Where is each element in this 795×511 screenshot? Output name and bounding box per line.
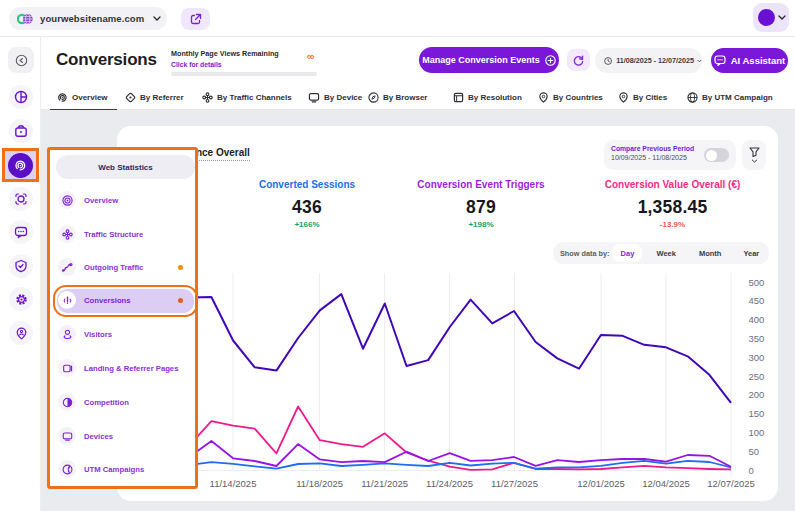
svg-text:200: 200 — [749, 389, 765, 400]
svg-text:11/21/2025: 11/21/2025 — [361, 478, 408, 489]
svg-text:11/14/2025: 11/14/2025 — [210, 478, 257, 489]
svg-text:250: 250 — [749, 371, 765, 382]
svg-text:0: 0 — [749, 465, 754, 476]
svg-text:12/04/2025: 12/04/2025 — [642, 478, 690, 489]
svg-text:500: 500 — [749, 277, 765, 288]
svg-text:350: 350 — [749, 333, 765, 344]
svg-text:100: 100 — [749, 427, 765, 438]
svg-text:150: 150 — [749, 408, 765, 419]
svg-text:11/27/2025: 11/27/2025 — [491, 478, 538, 489]
svg-text:450: 450 — [749, 295, 765, 306]
svg-text:50: 50 — [749, 446, 760, 457]
svg-text:12/07/2025: 12/07/2025 — [707, 478, 755, 489]
svg-text:400: 400 — [749, 314, 765, 325]
svg-text:11/24/2025: 11/24/2025 — [426, 478, 473, 489]
svg-text:300: 300 — [749, 352, 765, 363]
svg-text:12/01/2025: 12/01/2025 — [577, 478, 625, 489]
svg-text:11/18/2025: 11/18/2025 — [296, 478, 343, 489]
